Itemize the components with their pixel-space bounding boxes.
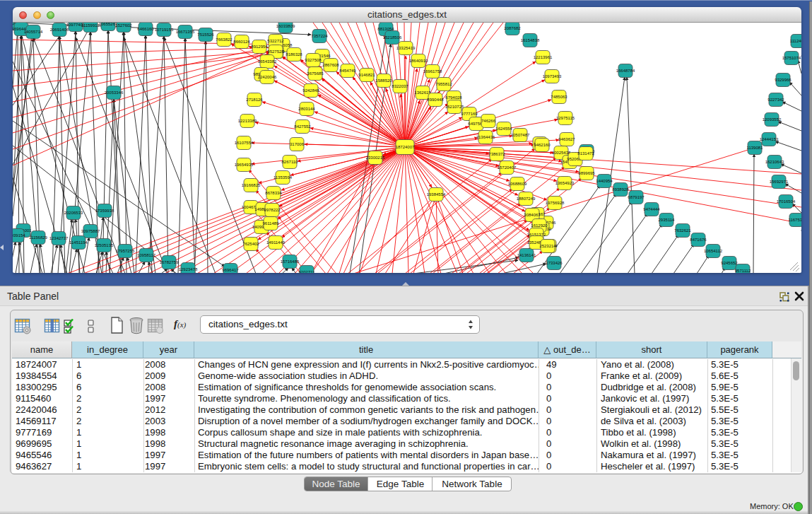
- svg-text:8471676: 8471676: [690, 238, 707, 242]
- svg-text:8912954: 8912954: [251, 45, 268, 49]
- svg-text:1440954: 1440954: [596, 179, 613, 183]
- svg-text:16154838: 16154838: [521, 38, 540, 42]
- svg-text:8322037: 8322037: [392, 84, 408, 88]
- svg-text:16671355: 16671355: [176, 30, 195, 34]
- svg-text:8131473: 8131473: [577, 151, 594, 156]
- svg-text:2718126: 2718126: [246, 98, 263, 102]
- svg-text:7386372: 7386372: [488, 152, 505, 156]
- svg-text:21364436: 21364436: [476, 135, 495, 139]
- svg-text:8454749: 8454749: [339, 69, 356, 73]
- svg-text:9245652: 9245652: [721, 261, 738, 265]
- svg-text:3084067: 3084067: [524, 213, 541, 217]
- svg-text:17957255: 17957255: [116, 249, 135, 253]
- svg-text:8186328: 8186328: [286, 52, 302, 57]
- svg-text:19166825: 19166825: [242, 183, 261, 187]
- svg-text:16210725: 16210725: [445, 105, 464, 109]
- svg-text:2523214: 2523214: [539, 244, 556, 248]
- svg-text:15218506: 15218506: [383, 35, 402, 40]
- svg-text:2935114: 2935114: [659, 218, 676, 222]
- svg-text:11451194: 11451194: [69, 240, 88, 245]
- svg-text:16107554: 16107554: [235, 141, 254, 145]
- svg-text:20691406: 20691406: [50, 28, 69, 32]
- svg-text:8427552: 8427552: [294, 124, 311, 129]
- svg-text:746266: 746266: [481, 119, 496, 123]
- svg-text:12505135: 12505135: [95, 243, 114, 247]
- svg-text:12923478: 12923478: [179, 267, 198, 271]
- svg-text:12093552: 12093552: [763, 117, 782, 122]
- svg-text:18640910: 18640910: [409, 59, 428, 63]
- svg-text:16033809: 16033809: [276, 24, 295, 28]
- svg-text:9242848: 9242848: [302, 88, 319, 93]
- svg-text:2803144: 2803144: [298, 107, 315, 111]
- svg-text:12213961: 12213961: [534, 55, 553, 59]
- svg-text:18724007: 18724007: [396, 145, 415, 149]
- svg-text:6794028: 6794028: [445, 95, 462, 100]
- svg-text:16543382: 16543382: [258, 59, 277, 64]
- svg-text:3675685: 3675685: [307, 71, 324, 76]
- svg-text:6466160: 6466160: [137, 27, 154, 31]
- svg-text:6879197: 6879197: [628, 195, 645, 199]
- svg-text:9899695: 9899695: [578, 171, 595, 175]
- svg-text:10025438: 10025438: [552, 151, 571, 155]
- svg-text:1612920: 1612920: [531, 223, 548, 228]
- svg-text:30975887: 30975887: [81, 229, 100, 233]
- svg-text:11353594: 11353594: [273, 175, 293, 180]
- svg-text:9474444: 9474444: [643, 207, 660, 211]
- svg-text:13654923: 13654923: [555, 181, 575, 185]
- svg-text:16648784: 16648784: [616, 69, 635, 73]
- svg-text:7485063: 7485063: [551, 95, 567, 99]
- svg-text:17359938: 17359938: [95, 209, 114, 213]
- svg-text:7663822: 7663822: [216, 37, 233, 42]
- svg-text:19756928: 19756928: [546, 201, 565, 205]
- svg-text:9611489: 9611489: [263, 221, 280, 226]
- svg-text:2867608: 2867608: [322, 63, 339, 67]
- svg-text:11156829: 11156829: [29, 235, 47, 240]
- svg-text:23300215: 23300215: [366, 156, 385, 160]
- svg-text:5322712: 5322712: [267, 39, 284, 43]
- svg-text:14911449: 14911449: [266, 240, 286, 245]
- svg-text:2087682: 2087682: [504, 26, 521, 30]
- svg-text:1167535: 1167535: [789, 218, 801, 222]
- svg-text:7515526: 7515526: [197, 33, 214, 37]
- svg-text:10507487: 10507487: [511, 133, 530, 137]
- svg-text:10958117: 10958117: [137, 253, 156, 257]
- svg-text:7632621: 7632621: [674, 228, 691, 233]
- svg-text:16210643: 16210643: [765, 160, 784, 164]
- svg-text:1527602: 1527602: [115, 23, 132, 28]
- svg-text:7955812: 7955812: [435, 82, 452, 86]
- svg-text:9202711: 9202711: [299, 270, 316, 273]
- svg-text:8938928: 8938928: [612, 187, 629, 192]
- svg-text:13325419: 13325419: [396, 46, 416, 50]
- svg-text:14136141: 14136141: [517, 253, 536, 257]
- svg-text:9329966: 9329966: [775, 78, 792, 82]
- svg-text:9978222: 9978222: [264, 208, 281, 212]
- svg-text:9146821: 9146821: [358, 73, 375, 77]
- svg-text:10654112: 10654112: [704, 249, 723, 253]
- svg-text:1939154: 1939154: [13, 233, 25, 238]
- svg-text:16961758: 16961758: [423, 69, 442, 74]
- svg-text:14055714: 14055714: [24, 30, 43, 34]
- svg-text:8660124: 8660124: [233, 40, 250, 44]
- svg-text:15751074: 15751074: [782, 56, 801, 60]
- svg-text:1112403: 1112403: [790, 39, 801, 43]
- svg-text:9327508: 9327508: [305, 58, 322, 62]
- svg-text:12342737: 12342737: [49, 236, 69, 240]
- svg-text:15692971: 15692971: [770, 180, 789, 184]
- svg-text:18807249: 18807249: [517, 197, 536, 201]
- svg-text:1139081: 1139081: [747, 146, 764, 150]
- svg-text:8678334: 8678334: [265, 191, 282, 195]
- svg-text:9527528: 9527528: [267, 49, 284, 54]
- svg-text:19654935: 19654935: [235, 163, 254, 167]
- svg-text:9463627: 9463627: [558, 137, 575, 141]
- svg-text:12213389: 12213389: [238, 119, 257, 123]
- svg-text:8267110: 8267110: [282, 160, 299, 164]
- svg-text:16782759: 16782759: [160, 260, 179, 264]
- svg-text:317006: 317006: [290, 142, 305, 146]
- svg-text:19384554: 19384554: [427, 192, 446, 197]
- svg-text:11159917: 11159917: [81, 23, 100, 28]
- svg-text:1624554: 1624554: [495, 127, 512, 131]
- svg-text:15716485: 15716485: [281, 259, 300, 264]
- svg-text:20053346: 20053346: [105, 90, 124, 95]
- svg-text:1733426: 1733426: [546, 261, 563, 265]
- svg-text:9462160: 9462160: [534, 143, 551, 147]
